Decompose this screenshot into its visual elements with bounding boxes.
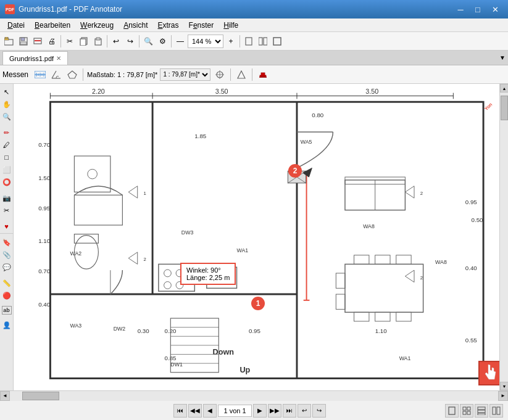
save-button[interactable] <box>17 35 30 48</box>
menu-datei[interactable]: Datei <box>2 19 30 31</box>
sidebar-person-btn[interactable]: 👤 <box>1 319 12 331</box>
view-single-page-btn[interactable] <box>445 404 459 418</box>
sidebar-clip-btn[interactable]: ✂ <box>1 205 12 216</box>
sidebar-zoom-btn[interactable]: 🔍 <box>1 111 12 122</box>
svg-rect-14 <box>264 38 267 45</box>
scroll-track-horizontal <box>10 391 498 401</box>
zoom-out-button[interactable]: — <box>173 35 187 48</box>
tab-grundriss[interactable]: Grundriss1.pdf ✕ <box>2 51 68 65</box>
nav-prev-prev-button[interactable]: ◀◀ <box>188 404 202 418</box>
vertical-scrollbar[interactable]: ▲ ▼ <box>499 84 508 390</box>
svg-text:DW2: DW2 <box>114 326 126 332</box>
cut-button[interactable]: ✂ <box>63 35 77 48</box>
scroll-left-btn[interactable]: ◄ <box>0 391 10 401</box>
zoom-select[interactable]: 144 % <box>188 35 223 48</box>
svg-rect-134 <box>497 407 500 414</box>
triangle-button[interactable] <box>235 68 248 81</box>
copy-button[interactable] <box>77 35 91 48</box>
sidebar-shapes-btn[interactable]: □ <box>1 152 12 163</box>
nav-forward-button[interactable]: ↪ <box>312 404 326 418</box>
measure-area-button[interactable] <box>65 68 79 81</box>
svg-rect-31 <box>261 73 265 76</box>
scroll-right-btn[interactable]: ► <box>498 391 508 401</box>
scroll-thumb-vertical[interactable] <box>501 96 508 120</box>
redo-button[interactable]: ↪ <box>123 35 137 48</box>
sidebar-stamp-btn[interactable]: 🔴 <box>1 290 12 301</box>
page-number-input[interactable] <box>218 405 252 417</box>
canvas-area[interactable]: 2.20 3.50 3.50 0.70 1.50 0.95 1.10 0.70 … <box>14 84 508 390</box>
svg-rect-128 <box>463 411 466 414</box>
view-continuous-btn[interactable] <box>475 404 488 418</box>
sidebar-eraser-btn[interactable]: ⬜ <box>1 164 12 175</box>
svg-text:0.95: 0.95 <box>38 205 50 212</box>
sidebar-photo-btn[interactable]: 📷 <box>1 192 12 204</box>
view-dual-btn[interactable] <box>489 404 503 418</box>
nav-next-button[interactable]: ▶ <box>253 404 267 418</box>
horizontal-scrollbar[interactable]: ◄ ► <box>0 390 508 400</box>
nav-next-next-button[interactable]: ▶▶ <box>268 404 281 418</box>
sidebar-pen-btn[interactable]: ✏ <box>1 127 12 138</box>
zoom-in-button[interactable]: + <box>224 35 238 48</box>
view-grid-btn[interactable] <box>460 404 473 418</box>
svg-text:WA2: WA2 <box>70 250 82 257</box>
scroll-track-vertical <box>500 93 508 382</box>
minimize-button[interactable]: ─ <box>452 3 468 15</box>
menu-hilfe[interactable]: Hilfe <box>219 19 243 31</box>
view-full-button[interactable] <box>270 35 284 48</box>
open-button[interactable] <box>2 35 16 48</box>
calibrate-button[interactable] <box>213 68 227 81</box>
sidebar-attach-btn[interactable]: 📎 <box>1 249 12 260</box>
menu-ansicht[interactable]: Ansicht <box>119 19 152 31</box>
view-double-button[interactable] <box>256 35 270 48</box>
bottom-bar: ⏮ ◀◀ ◀ ▶ ▶▶ ⏭ ↩ ↪ <box>0 400 508 420</box>
measure-toolbar: Messen Maßstab: 1 : 79,87 [m]* 1 : 79,87… <box>0 65 508 84</box>
svg-rect-131 <box>478 410 485 413</box>
svg-text:0.80: 0.80 <box>312 112 324 118</box>
close-button[interactable]: ✕ <box>487 3 503 15</box>
search-button[interactable]: 🔍 <box>141 35 155 48</box>
nav-first-button[interactable]: ⏮ <box>173 404 187 418</box>
sidebar-text-btn[interactable]: ab <box>2 306 12 315</box>
svg-text:0.40: 0.40 <box>465 265 478 271</box>
scroll-down-btn[interactable]: ▼ <box>500 382 508 390</box>
svg-text:0.30: 0.30 <box>138 327 150 334</box>
undo-button[interactable]: ↩ <box>109 35 123 48</box>
scan-button[interactable] <box>31 35 44 48</box>
measurement-popup: Winkel: 90° Länge: 2,25 m <box>180 263 236 285</box>
paste-button[interactable] <box>91 35 105 48</box>
tab-dropdown-arrow[interactable]: ▼ <box>497 54 508 61</box>
sidebar-hand-btn[interactable]: ✋ <box>1 99 12 110</box>
svg-text:0.95: 0.95 <box>249 327 260 334</box>
sidebar-comment-btn[interactable]: 💬 <box>1 261 12 273</box>
maximize-button[interactable]: □ <box>470 3 486 15</box>
tab-close-icon[interactable]: ✕ <box>56 55 61 62</box>
scroll-up-btn[interactable]: ▲ <box>500 84 508 93</box>
sidebar-favorite-btn[interactable]: ♥ <box>1 221 12 232</box>
svg-text:WA1: WA1 <box>399 355 411 361</box>
nav-back-button[interactable]: ↩ <box>298 404 311 418</box>
menu-werkzeug[interactable]: Werkzeug <box>75 19 119 31</box>
window-title: Grundriss1.pdf - PDF Annotator <box>19 5 122 14</box>
sidebar-marker-btn[interactable]: 🖊 <box>1 139 12 150</box>
measure-ruler-button[interactable] <box>33 68 47 81</box>
settings-button[interactable]: ⚙ <box>156 35 169 48</box>
measure-angle-button[interactable] <box>49 68 63 81</box>
menu-fenster[interactable]: Fenster <box>184 19 219 31</box>
scale-select[interactable]: 1 : 79,87 [m]* <box>160 68 210 81</box>
scroll-thumb-horizontal[interactable] <box>22 392 59 400</box>
print-button[interactable]: 🖨 <box>45 35 59 48</box>
svg-text:WA8: WA8 <box>363 223 375 229</box>
sidebar-bookmark-btn[interactable]: 🔖 <box>1 237 12 248</box>
marker-1: 1 <box>251 297 265 310</box>
sidebar-measure-btn[interactable]: 📏 <box>1 278 12 289</box>
svg-rect-9 <box>80 39 86 46</box>
sidebar-lasso-btn[interactable]: ⭕ <box>1 176 12 187</box>
nav-prev-button[interactable]: ◀ <box>203 404 217 418</box>
nav-last-button[interactable]: ⏭ <box>283 404 296 418</box>
view-single-button[interactable] <box>242 35 256 48</box>
svg-text:0.50: 0.50 <box>472 216 484 223</box>
menu-extras[interactable]: Extras <box>153 19 184 31</box>
stamp-button[interactable] <box>256 68 270 81</box>
menu-bearbeiten[interactable]: Bearbeiten <box>30 19 75 31</box>
sidebar-cursor-btn[interactable]: ↖ <box>1 86 12 97</box>
